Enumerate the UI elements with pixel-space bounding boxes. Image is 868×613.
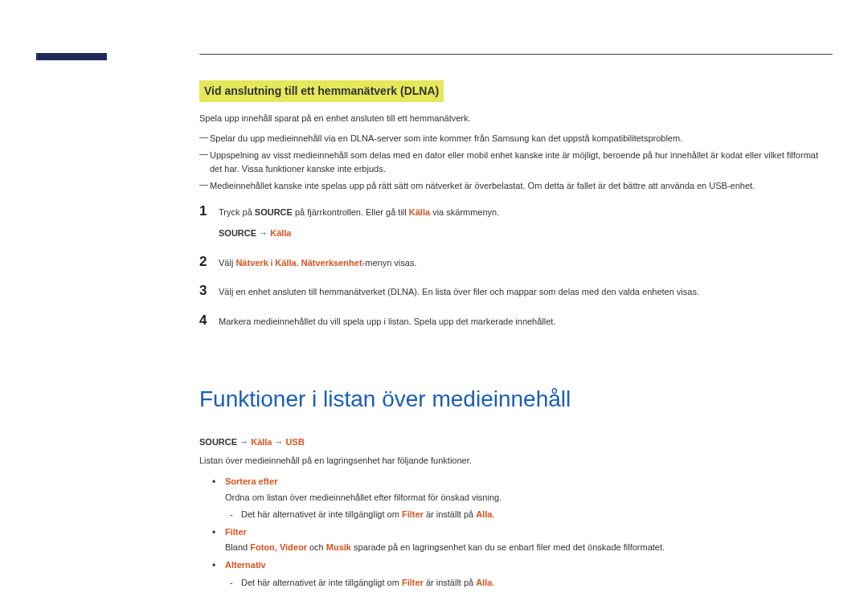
nav-arrow: → [237,437,251,447]
step-body: Markera medieinnehållet du vill spela up… [219,315,833,329]
sub-red: Filter [402,578,424,587]
nav-usb: USB [286,437,305,447]
main-content: Vid anslutning till ett hemmanätverk (DL… [199,80,833,593]
sub-text: Det här alternativet är inte tillgänglig… [241,509,402,519]
step-text: på fjärrkontrollen. Eller gå till [293,207,409,217]
step-number: 2 [199,255,219,268]
bullet-list: Sortera efter Ordna om listan över medie… [199,475,833,590]
desc-red: Musik [326,542,351,552]
step-red: Nätverksenhet [301,258,362,268]
step-number: 1 [199,204,219,218]
nav-path: SOURCE → Källa [219,227,833,240]
section-intro: Spela upp innehåll sparat på en enhet an… [199,112,833,125]
step-red: Nätverk [235,258,268,268]
nav-arrow: → [256,228,270,238]
step-text: -menyn visas. [362,258,417,268]
steps-list: 1 Tryck på SOURCE på fjärrkontrollen. El… [199,204,833,329]
bullet-title: Filter [225,527,247,537]
header-divider [199,54,833,55]
nav-arrow: → [272,437,285,447]
desc-red: Videor [280,542,307,552]
step-body: Välj en enhet ansluten till hemmanätverk… [219,285,833,299]
header-accent-bar [36,53,107,60]
step-text: Välj [219,258,235,268]
bullet-sortera: Sortera efter Ordna om listan över medie… [212,475,833,522]
step-red: Källa [409,207,430,217]
bullet-desc: Ordna om listan över medieinnehållet eft… [225,491,833,505]
bullet-filter: Filter Bland Foton, Videor och Musik spa… [212,525,833,555]
sub-text: är inställt på [424,509,476,519]
step-bold: SOURCE [255,207,293,217]
nav-source-label: SOURCE [199,437,237,447]
section-title-functions: Funktioner i listan över medieinnehåll [199,382,833,416]
step-4: 4 Markera medieinnehållet du vill spela … [199,313,833,329]
sub-text: . [492,578,494,587]
nav-path: SOURCE → Källa → USB [199,435,833,449]
step-number: 3 [199,284,219,297]
sub-red: Alla [476,578,492,587]
step-3: 3 Välj en enhet ansluten till hemmanätve… [199,284,833,299]
desc-text: och [307,542,326,552]
sub-text: är inställt på [424,578,476,587]
note-item: Uppspelning av visst medieinnehåll som d… [199,149,833,175]
step-body: Välj Nätverk i Källa. Nätverksenhet-meny… [219,256,833,270]
section-title-dlna: Vid anslutning till ett hemmanätverk (DL… [199,80,444,102]
desc-red: Foton [250,542,275,552]
section-desc: Listan över medieinnehåll på en lagrings… [199,454,833,468]
sub-text: Det här alternativet är inte tillgänglig… [241,578,402,587]
sub-red: Filter [402,509,424,519]
step-1: 1 Tryck på SOURCE på fjärrkontrollen. El… [199,204,833,240]
step-red: Källa [275,258,296,268]
sub-note: Det här alternativet är inte tillgänglig… [225,508,833,522]
notes-list: Spelar du upp medieinnehåll via en DLNA-… [199,132,833,193]
sub-note: Det här alternativet är inte tillgänglig… [225,576,833,591]
step-number: 4 [199,313,219,327]
desc-text: sparade på en lagringsenhet kan du se en… [351,542,665,552]
step-body: Tryck på SOURCE på fjärrkontrollen. Elle… [219,206,833,240]
step-2: 2 Välj Nätverk i Källa. Nätverksenhet-me… [199,255,833,270]
note-item: Medieinnehållet kanske inte spelas upp p… [199,179,833,193]
step-text: Tryck på [219,207,255,217]
nav-source-label: SOURCE [219,228,256,238]
step-text: via skärmmenyn. [430,207,499,217]
sub-red: Alla [476,509,492,519]
nav-kalla: Källa [251,437,272,447]
bullet-title: Sortera efter [225,476,277,486]
desc-text: Bland [225,542,250,552]
nav-kalla: Källa [270,228,291,238]
sub-text: . [492,509,494,519]
bullet-title: Alternativ [225,560,266,570]
bullet-desc: Bland Foton, Videor och Musik sparade på… [225,541,833,555]
note-item: Spelar du upp medieinnehåll via en DLNA-… [199,132,833,145]
bullet-alternativ: Alternativ Det här alternativet är inte … [212,558,833,590]
